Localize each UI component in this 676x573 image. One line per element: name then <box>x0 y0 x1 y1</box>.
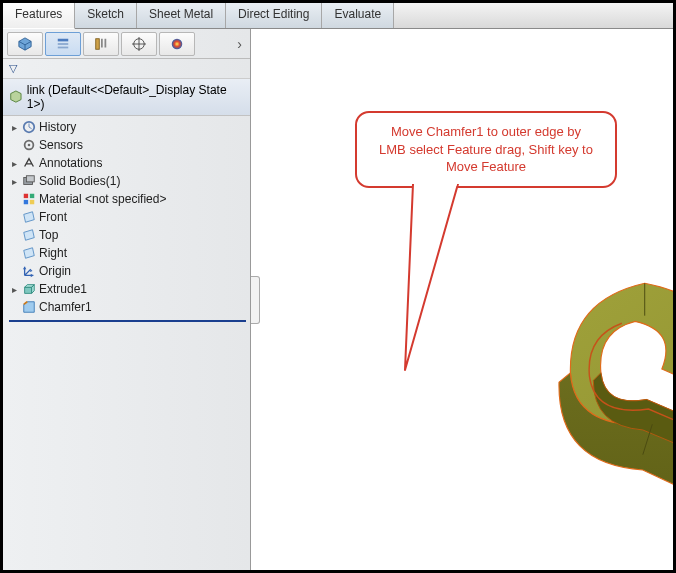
tree-node-extrude1[interactable]: ▸ Extrude1 <box>5 280 250 298</box>
configmgr-tab-icon[interactable] <box>83 32 119 56</box>
dimxpert-tab-icon[interactable] <box>121 32 157 56</box>
svg-rect-3 <box>96 38 100 49</box>
part-title: link (Default<<Default>_Display State 1>… <box>27 83 244 111</box>
expand-toggle[interactable]: ▸ <box>9 158 19 169</box>
tree-label: Chamfer1 <box>39 300 92 314</box>
tree-node-right-plane[interactable]: Right <box>5 244 250 262</box>
tree-node-origin[interactable]: Origin <box>5 262 250 280</box>
plane-icon <box>22 210 36 224</box>
callout-bubble: Move Chamfer1 to outer edge by LMB selec… <box>355 111 617 188</box>
svg-rect-0 <box>58 38 69 41</box>
svg-rect-14 <box>26 176 34 182</box>
svg-point-9 <box>172 38 183 49</box>
svg-rect-4 <box>101 38 103 47</box>
callout-line: Move Chamfer1 to outer edge by <box>369 123 603 141</box>
tree-node-history[interactable]: ▸ History <box>5 118 250 136</box>
tree-node-sensors[interactable]: Sensors <box>5 136 250 154</box>
panel-overflow-chevron[interactable]: › <box>237 36 242 52</box>
expand-toggle[interactable]: ▸ <box>9 176 19 187</box>
expand-toggle[interactable]: ▸ <box>9 122 19 133</box>
filter-icon: ▽ <box>9 62 17 75</box>
tree-label: Origin <box>39 264 71 278</box>
command-tabs: Features Sketch Sheet Metal Direct Editi… <box>3 3 673 29</box>
origin-icon <box>22 264 36 278</box>
svg-point-12 <box>28 144 31 147</box>
plane-icon <box>22 246 36 260</box>
tree-node-solid-bodies[interactable]: ▸ Solid Bodies(1) <box>5 172 250 190</box>
tree-label: History <box>39 120 76 134</box>
feature-manager-panel: › ▽ link (Default<<Default>_Display Stat… <box>3 29 251 570</box>
feature-tree: ▸ History Sensors ▸ Annotations ▸ Solid … <box>3 116 250 322</box>
svg-rect-17 <box>24 200 28 204</box>
tab-sketch[interactable]: Sketch <box>75 3 137 28</box>
plane-icon <box>22 228 36 242</box>
tree-node-material[interactable]: Material <not specified> <box>5 190 250 208</box>
expand-toggle[interactable]: ▸ <box>9 284 19 295</box>
svg-rect-16 <box>30 194 34 198</box>
callout-line: LMB select Feature drag, Shift key to <box>369 141 603 159</box>
tree-label: Solid Bodies(1) <box>39 174 120 188</box>
tab-direct-editing[interactable]: Direct Editing <box>226 3 322 28</box>
tree-label: Right <box>39 246 67 260</box>
svg-rect-15 <box>24 194 28 198</box>
extrude-icon <box>22 282 36 296</box>
annotations-icon <box>22 156 36 170</box>
svg-rect-1 <box>58 43 69 45</box>
history-icon <box>22 120 36 134</box>
callout-tail-icon <box>403 184 473 374</box>
tree-node-top-plane[interactable]: Top <box>5 226 250 244</box>
part-title-bar[interactable]: link (Default<<Default>_Display State 1>… <box>3 79 250 116</box>
part-icon <box>9 90 23 104</box>
tree-label: Material <not specified> <box>39 192 166 206</box>
tree-node-chamfer1[interactable]: Chamfer1 <box>5 298 250 316</box>
tab-features[interactable]: Features <box>3 3 75 29</box>
tree-label: Front <box>39 210 67 224</box>
propertymgr-tab-icon[interactable] <box>45 32 81 56</box>
tree-label: Annotations <box>39 156 102 170</box>
tree-node-front-plane[interactable]: Front <box>5 208 250 226</box>
tree-label: Extrude1 <box>39 282 87 296</box>
filter-row[interactable]: ▽ <box>3 59 250 79</box>
panel-splitter-handle[interactable] <box>251 276 260 324</box>
chamfer-icon <box>22 300 36 314</box>
callout-line: Move Feature <box>369 158 603 176</box>
svg-rect-5 <box>105 38 107 47</box>
tree-label: Sensors <box>39 138 83 152</box>
tab-evaluate[interactable]: Evaluate <box>322 3 394 28</box>
rollback-bar[interactable] <box>9 320 246 322</box>
tree-node-annotations[interactable]: ▸ Annotations <box>5 154 250 172</box>
tab-sheet-metal[interactable]: Sheet Metal <box>137 3 226 28</box>
svg-rect-2 <box>58 46 69 48</box>
instruction-callout: Move Chamfer1 to outer edge by LMB selec… <box>355 111 617 188</box>
model-link-part <box>519 209 676 573</box>
tree-label: Top <box>39 228 58 242</box>
sensors-icon <box>22 138 36 152</box>
displaymgr-tab-icon[interactable] <box>159 32 195 56</box>
featuretree-tab-icon[interactable] <box>7 32 43 56</box>
panel-iconbar: › <box>3 29 250 59</box>
solid-bodies-icon <box>22 174 36 188</box>
svg-rect-18 <box>30 200 34 204</box>
material-icon <box>22 192 36 206</box>
